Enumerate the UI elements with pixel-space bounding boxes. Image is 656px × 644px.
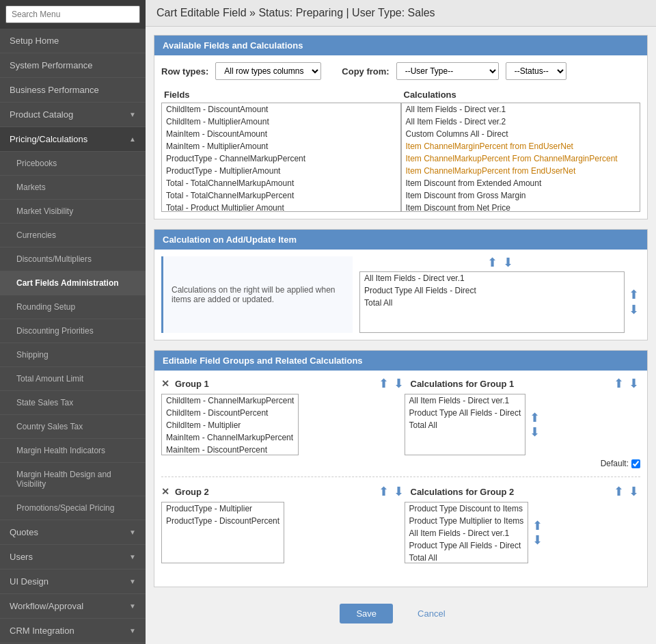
sidebar-item-cart-fields-admin[interactable]: Cart Fields Administration <box>0 271 146 295</box>
sidebar-item-label: Quotes <box>10 527 38 537</box>
editable-groups-header: Editable Field Groups and Related Calcul… <box>154 351 647 371</box>
field-item[interactable]: ChildItem - DiscountAmount <box>162 103 400 116</box>
sidebar-item-country-sales-tax[interactable]: Country Sales Tax <box>0 415 146 439</box>
group-fields-listbox-group2[interactable]: ProductType - MultiplierProductType - Di… <box>161 502 284 563</box>
group-up-group1[interactable]: ⬆ <box>377 377 390 390</box>
row-types-select[interactable]: All row types columns <box>215 62 321 80</box>
calc-note: Calculations on the right will be applie… <box>161 256 353 333</box>
field-item[interactable]: MainItem - MultiplierAmount <box>162 140 400 152</box>
sidebar-item-setup-home[interactable]: Setup Home <box>0 29 146 53</box>
sidebar-item-pricing-calculations[interactable]: Pricing/Calculations▲ <box>0 127 146 152</box>
field-item[interactable]: ChildItem - MultiplierAmount <box>162 116 400 128</box>
group-calc-up-group2[interactable]: ⬆ <box>612 485 625 498</box>
group-down-group1[interactable]: ⬇ <box>392 377 405 390</box>
sidebar-item-quotes[interactable]: Quotes▼ <box>0 520 146 545</box>
sidebar-item-system-performance[interactable]: System Performance <box>0 53 146 78</box>
group-side-down-group2[interactable]: ⬇ <box>531 534 544 546</box>
calc-up-arrow[interactable]: ⬆ <box>486 256 499 269</box>
group-field-item[interactable]: MainItem - DiscountPercent <box>162 444 298 455</box>
sidebar-item-crm-integration[interactable]: CRM Integration▼ <box>0 619 146 643</box>
calc-side-up[interactable]: ⬆ <box>627 289 640 301</box>
sidebar-item-workflow-approval[interactable]: Workflow/Approval▼ <box>0 594 146 619</box>
group-calc-up-group1[interactable]: ⬆ <box>612 377 625 390</box>
calc-add-item[interactable]: Total All <box>360 297 624 309</box>
group-field-item[interactable]: MainItem - ChannelMarkupPercent <box>162 431 298 444</box>
save-button[interactable]: Save <box>340 604 393 623</box>
calc-add-item[interactable]: Product Type All Fields - Direct <box>360 284 624 297</box>
sidebar-item-total-amount-limit[interactable]: Total Amount Limit <box>0 367 146 391</box>
sidebar-item-promotions-special[interactable]: Promotions/Special Pricing <box>0 496 146 520</box>
sidebar-item-business-performance[interactable]: Business Performance <box>0 78 146 103</box>
group-down-group2[interactable]: ⬇ <box>392 485 405 498</box>
group-calc-down-group1[interactable]: ⬇ <box>627 377 640 390</box>
calc-on-add-listbox[interactable]: All Item Fields - Direct ver.1Product Ty… <box>359 271 625 333</box>
group-calc-item[interactable]: All Item Fields - Direct ver.1 <box>405 394 525 407</box>
sidebar-item-rounding-setup[interactable]: Rounding Setup <box>0 295 146 319</box>
group-calc-item[interactable]: Product Type Discount to Items <box>405 502 528 515</box>
sidebar-item-users[interactable]: Users▼ <box>0 545 146 569</box>
group-calc-listbox-group1[interactable]: All Item Fields - Direct ver.1Product Ty… <box>405 394 526 455</box>
sidebar-item-currencies[interactable]: Currencies <box>0 224 146 247</box>
calc-item[interactable]: All Item Fields - Direct ver.2 <box>402 116 640 128</box>
sidebar-item-product-catalog[interactable]: Product Catalog▼ <box>0 103 146 127</box>
sidebar-item-discounts-multipliers[interactable]: Discounts/Multipliers <box>0 247 146 271</box>
search-input[interactable] <box>5 5 140 23</box>
group-calc-item[interactable]: Product Type All Fields - Direct <box>405 539 528 552</box>
group-fields-listbox-group1[interactable]: ChildItem - ChannelMarkupPercentChildIte… <box>161 394 299 455</box>
sidebar-item-pricebooks[interactable]: Pricebooks <box>0 152 146 176</box>
calc-side-down[interactable]: ⬇ <box>627 304 640 316</box>
field-item[interactable]: Total - Product Multiplier Amount <box>162 202 400 212</box>
sidebar-item-shipping[interactable]: Shipping <box>0 343 146 367</box>
group-field-item[interactable]: ProductType - DiscountPercent <box>162 515 284 527</box>
group-calc-item[interactable]: Total All <box>405 552 528 563</box>
group-remove-group1[interactable]: ✕ <box>161 378 169 389</box>
group-calc-item[interactable]: All Item Fields - Direct ver.1 <box>405 527 528 539</box>
cancel-button[interactable]: Cancel <box>401 604 461 623</box>
group-calc-item[interactable]: Product Type Multiplier to Items <box>405 515 528 527</box>
copy-from-status-select[interactable]: --Status-- <box>506 62 566 80</box>
calc-item[interactable]: Item ChannelMarginPercent from EndUserNe… <box>402 140 640 152</box>
sidebar-item-label: Setup Home <box>10 36 59 46</box>
calc-item[interactable]: Item ChannelMarkupPercent From ChannelMa… <box>402 152 640 165</box>
calculations-listbox[interactable]: All Item Fields - Direct ver.1All Item F… <box>401 103 641 212</box>
field-item[interactable]: Total - TotalChannelMarkupAmount <box>162 177 400 189</box>
group-remove-group2[interactable]: ✕ <box>161 486 169 497</box>
sidebar-item-discounting-priorities[interactable]: Discounting Priorities <box>0 319 146 343</box>
calc-down-arrow[interactable]: ⬇ <box>502 256 515 269</box>
sidebar-item-state-sales-tax[interactable]: State Sales Tax <box>0 391 146 415</box>
group-side-up-group1[interactable]: ⬆ <box>528 412 541 424</box>
fields-listbox[interactable]: ChildItem - DiscountAmountChildItem - Mu… <box>161 103 401 212</box>
group-default-checkbox-group1[interactable] <box>631 459 640 468</box>
field-item[interactable]: Total - TotalChannelMarkupPercent <box>162 189 400 202</box>
calc-item[interactable]: Item Discount from Extended Amount <box>402 177 640 189</box>
sidebar-item-label: Product Catalog <box>10 109 73 120</box>
sidebar-item-margin-health-indicators[interactable]: Margin Health Indicators <box>0 439 146 463</box>
calc-item[interactable]: Item Discount from Gross Margin <box>402 189 640 202</box>
group-up-group2[interactable]: ⬆ <box>377 485 390 498</box>
sidebar-item-market-visibility[interactable]: Market Visibility <box>0 200 146 224</box>
sidebar-item-markets[interactable]: Markets <box>0 176 146 200</box>
sidebar-item-margin-health-design[interactable]: Margin Health Design and Visibility <box>0 463 146 496</box>
group-calc-item[interactable]: Product Type All Fields - Direct <box>405 407 525 419</box>
sidebar-item-label: Pricing/Calculations <box>10 134 87 144</box>
calc-add-item[interactable]: All Item Fields - Direct ver.1 <box>360 272 624 284</box>
group-field-item[interactable]: ChildItem - DiscountPercent <box>162 407 298 419</box>
group-calc-down-group2[interactable]: ⬇ <box>627 485 640 498</box>
group-calc-listbox-group2[interactable]: Product Type Discount to ItemsProduct Ty… <box>405 502 529 563</box>
group-side-down-group1[interactable]: ⬇ <box>528 426 541 438</box>
field-item[interactable]: ProductType - MultiplierAmount <box>162 165 400 177</box>
field-item[interactable]: MainItem - DiscountAmount <box>162 128 400 140</box>
group-field-item[interactable]: ChildItem - Multiplier <box>162 419 298 431</box>
group-fields-row-group1: ChildItem - ChannelMarkupPercentChildIte… <box>161 394 398 455</box>
calc-item[interactable]: Item ChannelMarkupPercent from EndUserNe… <box>402 165 640 177</box>
calc-item[interactable]: All Item Fields - Direct ver.1 <box>402 103 640 116</box>
group-calc-item[interactable]: Total All <box>405 419 525 431</box>
group-field-item[interactable]: ProductType - Multiplier <box>162 502 284 515</box>
field-item[interactable]: ProductType - ChannelMarkupPercent <box>162 152 400 165</box>
calc-item[interactable]: Custom Columns All - Direct <box>402 128 640 140</box>
sidebar-item-ui-design[interactable]: UI Design▼ <box>0 569 146 594</box>
copy-from-select[interactable]: --User Type-- <box>396 62 499 80</box>
group-field-item[interactable]: ChildItem - ChannelMarkupPercent <box>162 394 298 407</box>
calc-item[interactable]: Item Discount from Net Price <box>402 202 640 212</box>
group-side-up-group2[interactable]: ⬆ <box>531 520 544 532</box>
